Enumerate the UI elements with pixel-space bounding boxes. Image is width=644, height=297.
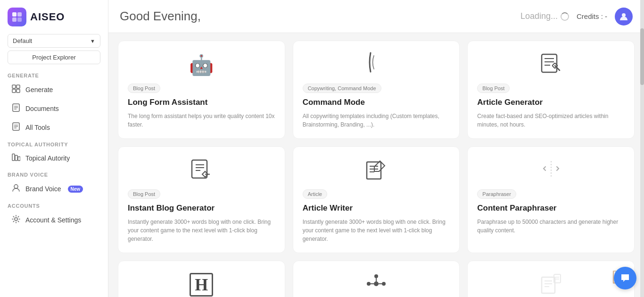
card-article-generator[interactable]: Blog Post Article Generator Create fact-…: [467, 41, 635, 139]
bypass-ai-icon: [365, 272, 388, 297]
project-area: Default ▼ Project Explorer: [0, 32, 108, 68]
card-tag: Blog Post: [128, 84, 160, 93]
svg-rect-16: [12, 154, 15, 161]
sidebar: AISEO Default ▼ Project Explorer GENERAT…: [0, 0, 108, 297]
sidebar-item-topical-authority[interactable]: Topical Autority: [4, 150, 104, 167]
svg-point-32: [367, 282, 371, 286]
card-desc: Instantly generate 3000+ words blog with…: [128, 218, 275, 243]
brand-voice-new-badge: New: [68, 186, 83, 193]
card-desc: All copywriting templates including (Cus…: [303, 112, 450, 129]
loading-spinner-icon: [561, 12, 569, 21]
card-long-form-assistant[interactable]: 🤖 Blog Post Long Form Assistant The long…: [118, 41, 285, 139]
svg-rect-17: [15, 155, 17, 161]
article-writer-icon: [366, 159, 387, 182]
sidebar-item-generate-label: Generate: [25, 86, 53, 93]
section-label-brand-voice: BRAND VOICE: [0, 167, 108, 179]
credits-text: Credits : -: [577, 12, 607, 20]
sidebar-item-brand-voice-label: Brand Voice: [25, 185, 61, 193]
topical-authority-icon: [11, 153, 21, 163]
content-paraphraser-icon: [542, 159, 561, 182]
card-tag: Blog Post: [477, 84, 510, 93]
loading-status: Loading...: [520, 11, 569, 21]
instant-blog-icon: [191, 159, 212, 182]
card-topical-authority[interactable]: Authority Topical Authorit... 📋 Activate…: [467, 261, 635, 297]
card-instant-blog-generator[interactable]: Blog Post Instant Blog Generator Instant…: [118, 146, 285, 253]
account-settings-icon: [11, 215, 21, 225]
card-bypass-ai[interactable]: Bypass AI Bypass AI Detec...: [293, 261, 460, 297]
card-desc: Instantly generate 3000+ words blog with…: [303, 218, 450, 243]
sidebar-item-generate[interactable]: Generate: [4, 81, 104, 99]
sidebar-item-brand-voice[interactable]: Brand Voice New: [4, 180, 104, 198]
cards-grid: 🤖 Blog Post Long Form Assistant The long…: [118, 41, 635, 297]
project-select-label: Default: [13, 37, 32, 44]
svg-rect-0: [12, 12, 17, 17]
card-desc: The long form assistant helps you write …: [128, 112, 275, 129]
sidebar-item-topical-label: Topical Autority: [25, 154, 70, 162]
sidebar-item-documents[interactable]: Documents: [4, 100, 104, 118]
svg-rect-7: [17, 89, 20, 93]
greeting-text: Good Evening,: [120, 9, 201, 24]
card-tag: Copywriting, Command Mode: [303, 84, 381, 93]
card-title: Instant Blog Generator: [128, 204, 275, 213]
scrollbar-thumb[interactable]: [640, 28, 644, 85]
svg-rect-1: [17, 12, 22, 17]
card-title: Command Mode: [303, 98, 450, 107]
card-icon-area: [477, 51, 625, 79]
card-icon-area: [128, 156, 275, 185]
card-content-paraphraser[interactable]: Paraphraser Content Paraphraser Paraphra…: [467, 146, 635, 253]
svg-point-21: [622, 13, 626, 17]
card-desc: Create fact-based and SEO-optimized arti…: [477, 112, 625, 129]
card-article-writer[interactable]: Article Article Writer Instantly generat…: [293, 146, 460, 253]
svg-rect-2: [12, 17, 17, 22]
sidebar-item-account-settings[interactable]: Account & Settings: [4, 211, 104, 229]
chat-bubble-button[interactable]: [614, 267, 636, 289]
logo-area: AISEO: [0, 0, 108, 32]
logo-icon: [8, 8, 26, 26]
project-select[interactable]: Default ▼: [8, 34, 100, 48]
card-title: Article Generator: [477, 98, 625, 107]
card-icon-area: 🤖: [128, 51, 275, 79]
chevron-down-icon: ▼: [90, 38, 95, 44]
svg-point-31: [374, 281, 379, 286]
svg-rect-27: [192, 160, 207, 178]
svg-point-19: [14, 185, 18, 188]
user-avatar[interactable]: [615, 8, 633, 25]
brand-voice-icon: [11, 184, 21, 194]
cards-area: 🤖 Blog Post Long Form Assistant The long…: [108, 33, 644, 297]
card-tag: Paraphraser: [477, 189, 516, 199]
card-title: Content Paraphraser: [477, 204, 625, 213]
long-form-assistant-icon: 🤖: [189, 53, 214, 76]
card-brand-voice-new[interactable]: H Content Improver Brand Voice Nem: [118, 261, 285, 297]
scrollbar[interactable]: [640, 0, 644, 297]
svg-rect-18: [18, 157, 20, 161]
main-content: Good Evening, Loading... Credits : - 🤖 B…: [108, 0, 644, 297]
sidebar-item-all-tools[interactable]: All Tools: [4, 119, 104, 136]
section-label-topical: TOPICAL AUTHORITY: [0, 137, 108, 149]
loading-label: Loading...: [520, 11, 558, 21]
header-right: Loading... Credits : -: [520, 8, 633, 25]
brand-voice-card-icon: H: [190, 273, 213, 297]
card-desc: Paraphrase up to 50000 characters and ge…: [477, 218, 625, 235]
section-label-accounts: ACCOUNTS: [0, 198, 108, 211]
sidebar-item-documents-label: Documents: [25, 105, 59, 112]
card-title: Article Writer: [303, 204, 450, 213]
sidebar-item-all-tools-label: All Tools: [25, 124, 50, 131]
generate-icon: [11, 85, 21, 95]
logo-text: AISEO: [30, 11, 65, 23]
card-icon-area: [303, 51, 450, 79]
svg-point-20: [15, 218, 17, 221]
sidebar-item-account-label: Account & Settings: [25, 216, 81, 224]
svg-point-37: [374, 274, 378, 278]
card-icon-area: [477, 156, 625, 185]
card-icon-area: [303, 271, 450, 297]
svg-rect-3: [17, 17, 22, 22]
card-title: Long Form Assistant: [128, 98, 275, 107]
svg-rect-6: [12, 89, 16, 93]
documents-icon: [11, 103, 21, 114]
section-label-generate: GENERATE: [0, 68, 108, 80]
card-command-mode[interactable]: Copywriting, Command Mode Command Mode A…: [293, 41, 460, 139]
project-explorer-button[interactable]: Project Explorer: [8, 51, 100, 64]
card-icon-area: [303, 156, 450, 185]
article-generator-icon: [540, 52, 562, 77]
card-tag: Article: [303, 189, 328, 199]
